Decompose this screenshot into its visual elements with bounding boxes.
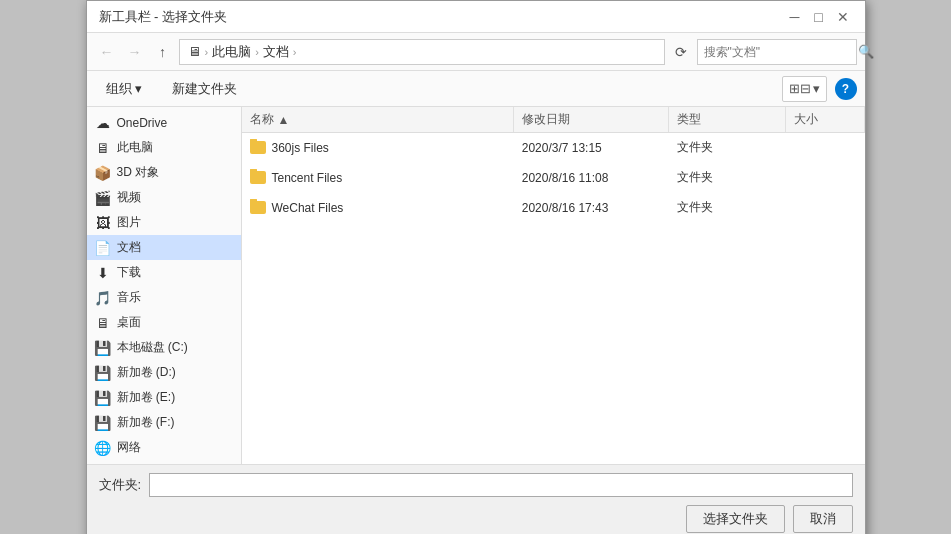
sidebar-item-documents[interactable]: 📄 文档	[87, 235, 241, 260]
sidebar-label-video: 视频	[117, 189, 141, 206]
file-type-2: 文件夹	[669, 197, 786, 218]
col-date-label: 修改日期	[522, 111, 570, 128]
file-name-2: WeChat Files	[242, 199, 514, 217]
sidebar-icon-thispc: 🖥	[95, 140, 111, 156]
col-header-name[interactable]: 名称 ▲	[242, 107, 514, 132]
sidebar-icon-local_c: 💾	[95, 340, 111, 356]
folder-icon-1	[250, 171, 266, 184]
sidebar-icon-video: 🎬	[95, 190, 111, 206]
file-name-1: Tencent Files	[242, 169, 514, 187]
sidebar-label-onedrive: OneDrive	[117, 116, 168, 130]
sidebar-item-desktop[interactable]: 🖥 桌面	[87, 310, 241, 335]
file-date-1: 2020/8/16 11:08	[514, 169, 670, 187]
sidebar-icon-desktop: 🖥	[95, 315, 111, 331]
sidebar-label-desktop: 桌面	[117, 314, 141, 331]
sidebar-icon-pictures: 🖼	[95, 215, 111, 231]
view-icon: ⊞⊟	[789, 81, 811, 96]
sidebar-icon-downloads: ⬇	[95, 265, 111, 281]
sort-icon: ▲	[278, 113, 290, 127]
sidebar-item-new_e[interactable]: 💾 新加卷 (E:)	[87, 385, 241, 410]
title-controls: ─ □ ✕	[785, 7, 853, 27]
filename-row: 文件夹:	[99, 473, 853, 497]
toolbar: 组织 ▾ 新建文件夹 ⊞⊟ ▾ ?	[87, 71, 865, 107]
minimize-button[interactable]: ─	[785, 7, 805, 27]
view-toggle-button[interactable]: ⊞⊟ ▾	[782, 76, 827, 102]
sidebar-icon-3d: 📦	[95, 165, 111, 181]
sidebar-item-new_d[interactable]: 💾 新加卷 (D:)	[87, 360, 241, 385]
sidebar-icon-documents: 📄	[95, 240, 111, 256]
sidebar-item-local_c[interactable]: 💾 本地磁盘 (C:)	[87, 335, 241, 360]
file-list: 360js Files 2020/3/7 13:15 文件夹 Tencent F…	[242, 133, 865, 464]
sidebar-item-music[interactable]: 🎵 音乐	[87, 285, 241, 310]
address-path[interactable]: 🖥 › 此电脑 › 文档 ›	[179, 39, 665, 65]
new-folder-button[interactable]: 新建文件夹	[161, 76, 248, 102]
sidebar-label-thispc: 此电脑	[117, 139, 153, 156]
sidebar-icon-music: 🎵	[95, 290, 111, 306]
sidebar-label-music: 音乐	[117, 289, 141, 306]
up-button[interactable]: ↑	[151, 40, 175, 64]
col-type-label: 类型	[677, 111, 701, 128]
sidebar-label-pictures: 图片	[117, 214, 141, 231]
forward-button[interactable]: →	[123, 40, 147, 64]
path-part-thispc: 此电脑	[212, 43, 251, 61]
sidebar-label-local_c: 本地磁盘 (C:)	[117, 339, 188, 356]
sidebar-item-3d[interactable]: 📦 3D 对象	[87, 160, 241, 185]
file-name-0: 360js Files	[242, 139, 514, 157]
sidebar-icon-new_e: 💾	[95, 390, 111, 406]
search-input[interactable]	[704, 45, 854, 59]
file-size-0	[786, 146, 864, 150]
sidebar-item-downloads[interactable]: ⬇ 下载	[87, 260, 241, 285]
organize-button[interactable]: 组织 ▾	[95, 76, 154, 102]
col-header-date[interactable]: 修改日期	[514, 107, 670, 132]
select-folder-button[interactable]: 选择文件夹	[686, 505, 785, 533]
filename-label: 文件夹:	[99, 476, 142, 494]
col-header-size[interactable]: 大小	[786, 107, 864, 132]
file-row[interactable]: WeChat Files 2020/8/16 17:43 文件夹	[242, 193, 865, 223]
col-header-type[interactable]: 类型	[669, 107, 786, 132]
sidebar-label-3d: 3D 对象	[117, 164, 160, 181]
refresh-button[interactable]: ⟳	[669, 40, 693, 64]
sidebar-label-documents: 文档	[117, 239, 141, 256]
sidebar-item-pictures[interactable]: 🖼 图片	[87, 210, 241, 235]
sidebar-item-onedrive[interactable]: ☁ OneDrive	[87, 111, 241, 135]
sidebar-item-thispc[interactable]: 🖥 此电脑	[87, 135, 241, 160]
file-date-0: 2020/3/7 13:15	[514, 139, 670, 157]
bottom-section: 文件夹: 选择文件夹 取消	[87, 464, 865, 534]
back-button[interactable]: ←	[95, 40, 119, 64]
address-bar: ← → ↑ 🖥 › 此电脑 › 文档 › ⟳ 🔍	[87, 33, 865, 71]
help-button[interactable]: ?	[835, 78, 857, 100]
sidebar: ☁ OneDrive 🖥 此电脑 📦 3D 对象 🎬 视频 🖼 图片 📄 文档 …	[87, 107, 242, 464]
close-button[interactable]: ✕	[833, 7, 853, 27]
title-bar: 新工具栏 - 选择文件夹 ─ □ ✕	[87, 1, 865, 33]
file-list-container: 名称 ▲ 修改日期 类型 大小 360js Files 2020/3/7 13:	[242, 107, 865, 464]
file-type-1: 文件夹	[669, 167, 786, 188]
filename-input[interactable]	[149, 473, 852, 497]
folder-icon-2	[250, 201, 266, 214]
maximize-button[interactable]: □	[809, 7, 829, 27]
action-row: 选择文件夹 取消	[99, 505, 853, 533]
file-size-1	[786, 176, 864, 180]
sidebar-label-network: 网络	[117, 439, 141, 456]
search-box[interactable]: 🔍	[697, 39, 857, 65]
dialog-title: 新工具栏 - 选择文件夹	[99, 8, 228, 26]
path-icon: 🖥	[188, 44, 201, 59]
sidebar-label-new_f: 新加卷 (F:)	[117, 414, 175, 431]
col-size-label: 大小	[794, 111, 818, 128]
file-dialog: 新工具栏 - 选择文件夹 ─ □ ✕ ← → ↑ 🖥 › 此电脑 › 文档 › …	[86, 0, 866, 534]
view-arrow: ▾	[813, 81, 820, 96]
file-row[interactable]: Tencent Files 2020/8/16 11:08 文件夹	[242, 163, 865, 193]
content-area: ☁ OneDrive 🖥 此电脑 📦 3D 对象 🎬 视频 🖼 图片 📄 文档 …	[87, 107, 865, 464]
sidebar-item-video[interactable]: 🎬 视频	[87, 185, 241, 210]
sidebar-icon-new_d: 💾	[95, 365, 111, 381]
cancel-button[interactable]: 取消	[793, 505, 853, 533]
sidebar-item-network[interactable]: 🌐 网络	[87, 435, 241, 460]
sidebar-icon-onedrive: ☁	[95, 115, 111, 131]
col-name-label: 名称	[250, 111, 274, 128]
file-type-0: 文件夹	[669, 137, 786, 158]
sidebar-label-downloads: 下载	[117, 264, 141, 281]
folder-icon-0	[250, 141, 266, 154]
file-date-2: 2020/8/16 17:43	[514, 199, 670, 217]
search-icon: 🔍	[858, 44, 874, 59]
sidebar-item-new_f[interactable]: 💾 新加卷 (F:)	[87, 410, 241, 435]
file-row[interactable]: 360js Files 2020/3/7 13:15 文件夹	[242, 133, 865, 163]
